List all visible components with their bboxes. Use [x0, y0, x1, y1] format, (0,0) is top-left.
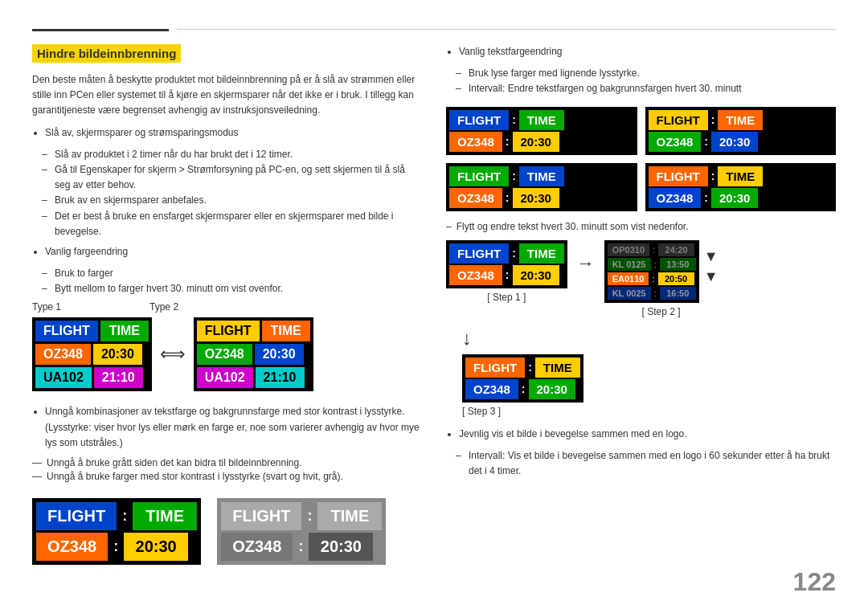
grid-board-3: FLIGHT : TIME OZ348 : 20:30 [446, 163, 637, 211]
step1-label: [ Step 1 ] [446, 292, 567, 303]
bb-oz348: OZ348 [36, 533, 108, 561]
dash-2hours: Slå av produktet i 2 timer når du har br… [55, 147, 422, 162]
scroll-arrow-1: ▼ [704, 248, 719, 265]
type1-ua102: UA102 [35, 367, 92, 388]
right-dash3: Intervall: Vis et bilde i bevegelse samm… [469, 448, 836, 479]
g3-c1: : [510, 166, 518, 186]
g4-c1: : [710, 166, 717, 186]
note-gray: Unngå å bruke grått siden det kan bidra … [47, 457, 302, 468]
bb-flight: FLIGHT [36, 502, 117, 530]
g3-flight: FLIGHT [449, 166, 509, 186]
s2-kl0125: KL 0125 [608, 258, 651, 271]
type2-time-label: TIME [262, 321, 310, 341]
type1-2030: 20:30 [93, 344, 142, 365]
bottom-board-gray: FLIGHT : TIME OZ348 : 20:30 [217, 498, 386, 565]
page-number: 122 [793, 567, 836, 597]
s1-flight: FLIGHT [449, 243, 509, 264]
type2-oz348: OZ348 [197, 344, 252, 365]
step3-container: ↓ FLIGHT : TIME OZ348 : 20:30 [ Step 3 ] [462, 327, 836, 417]
step2-board: OP0310 : 24:20 KL 0125 : 13:50 EA0110 [604, 240, 699, 303]
type1-oz348: OZ348 [35, 344, 91, 365]
step3-label: [ Step 3 ] [462, 406, 501, 417]
s2-c3: : [653, 287, 658, 300]
dash-screensaver-type: Det er best å bruke en ensfarget skjerms… [55, 209, 422, 239]
s2-2420: 24:20 [658, 243, 694, 256]
bb-2030: 20:30 [124, 533, 188, 561]
right-bullet1: Vanlig tekstfargeendring [459, 44, 836, 59]
step2-label: [ Step 2 ] [604, 306, 719, 317]
section-title: Hindre bildeinnbrenning [32, 44, 181, 63]
grid-board-4: FLIGHT : TIME OZ348 : 20:30 [645, 163, 837, 211]
g3-2030: 20:30 [513, 188, 559, 208]
g2-2030: 20:30 [711, 132, 758, 152]
swap-arrow: ⟺ [160, 344, 186, 365]
g1-oz348: OZ348 [449, 132, 502, 152]
g4-2030: 20:30 [711, 188, 758, 208]
s2-c1: : [653, 258, 658, 271]
type2-ua102: UA102 [197, 367, 253, 388]
type2-2030: 20:30 [255, 344, 304, 365]
g4-time: TIME [718, 166, 763, 186]
g1-time: TIME [519, 110, 564, 130]
bottom-board-black: FLIGHT : TIME OZ348 : 20:30 [32, 498, 201, 565]
g2-flight: FLIGHT [649, 110, 708, 130]
top-rule-left [32, 29, 169, 31]
grid-board-2: FLIGHT : TIME OZ348 : 20:30 [645, 107, 837, 155]
note-bw: Unngå å bruke farger med stor kontrast i… [47, 471, 343, 482]
grid-board-1: FLIGHT : TIME OZ348 : 20:30 [446, 107, 637, 155]
type1-time-label: TIME [100, 321, 149, 341]
s3-flight: FLIGHT [465, 358, 525, 378]
dash-two-colors: Bruk to farger [55, 266, 422, 281]
g3-oz348: OZ348 [449, 188, 502, 208]
bg-2030: 20:30 [309, 533, 373, 561]
left-column: Hindre bildeinnbrenning Den beste måten … [32, 44, 422, 565]
right-dash2: Intervall: Endre tekstfargen og bakgrunn… [469, 81, 836, 96]
bg-oz348: OZ348 [221, 533, 293, 561]
g2-oz348: OZ348 [649, 132, 702, 152]
s1-c1: : [510, 243, 518, 264]
type1-flight-label: FLIGHT [35, 321, 98, 341]
s2-kl0025: KL 0025 [608, 287, 651, 300]
s3-time: TIME [535, 358, 580, 378]
down-arrow: ↓ [462, 327, 472, 349]
g4-flight: FLIGHT [649, 166, 708, 186]
step1-board: FLIGHT : TIME OZ348 : 20:30 [446, 240, 567, 288]
g2-c2: : [702, 132, 710, 152]
dash-switch-colors: Bytt mellom to farger hvert 30. minutt o… [55, 281, 422, 296]
g1-c1: : [510, 110, 518, 130]
bg-time: TIME [317, 502, 382, 530]
type2-flight-label: FLIGHT [197, 321, 260, 341]
g1-flight: FLIGHT [449, 110, 509, 130]
g4-oz348: OZ348 [649, 188, 702, 208]
type1-board: FLIGHT TIME OZ348 20:30 UA102 21:10 [32, 317, 152, 391]
type2-board: FLIGHT TIME OZ348 20:30 UA102 21:10 [194, 317, 313, 391]
step-arrow-right: → [577, 253, 595, 274]
g3-time: TIME [519, 166, 564, 186]
top-rule-right [177, 29, 836, 30]
s1-oz348: OZ348 [449, 265, 502, 285]
bg-colon1: : [304, 502, 315, 530]
s2-op0310: OP0310 [608, 243, 649, 256]
right-bullet2: Jevnlig vis et bilde i bevegelse sammen … [459, 427, 836, 442]
g1-c2: : [504, 132, 511, 152]
intro-text: Den beste måten å beskytte produktet mot… [32, 72, 422, 119]
bg-flight: FLIGHT [221, 502, 301, 530]
note-dash-move: Flytt og endre tekst hvert 30. minutt so… [457, 221, 689, 232]
bottom-boards: FLIGHT : TIME OZ348 : 20:30 FLIGHT : TIM… [32, 498, 422, 565]
s2-1350: 13:50 [660, 258, 696, 271]
bb-colon1: : [119, 502, 130, 530]
g2-time: TIME [718, 110, 763, 130]
boards-grid: FLIGHT : TIME OZ348 : 20:30 FLIGHT : TIM… [446, 107, 836, 211]
step2-container: OP0310 : 24:20 KL 0125 : 13:50 EA0110 [604, 240, 719, 317]
s1-time: TIME [519, 243, 564, 264]
s2-1650: 16:50 [660, 287, 696, 300]
s2-c2: : [650, 272, 656, 285]
type2-label: Type 2 [149, 301, 178, 313]
bb-time: TIME [133, 502, 197, 530]
dash-properties: Gå til Egenskaper for skjerm > Strømfors… [55, 162, 422, 193]
s2-ea0110: EA0110 [608, 272, 649, 285]
type1-label: Type 1 [32, 301, 61, 313]
s3-2030: 20:30 [529, 379, 575, 399]
scroll-arrow-2: ▼ [704, 268, 719, 285]
step1-container: FLIGHT : TIME OZ348 : 20:30 [ Step 1 ] [446, 240, 567, 303]
